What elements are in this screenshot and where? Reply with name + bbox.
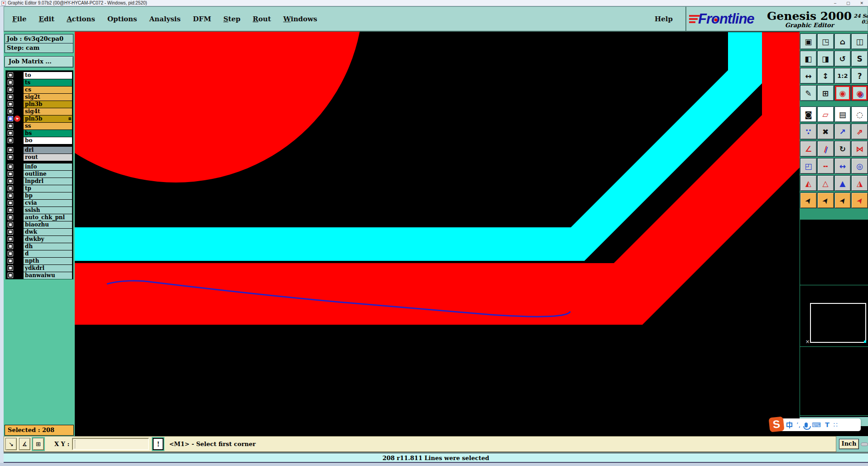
zoom-center-button[interactable]: ↕: [817, 68, 834, 84]
layer-checkbox-pln3b[interactable]: [8, 102, 13, 106]
netlist-back-button[interactable]: ◉: [851, 85, 868, 101]
grid-window-button[interactable]: ⊞: [33, 438, 44, 450]
layer-name-drl[interactable]: drl: [24, 147, 72, 154]
menu-windows[interactable]: Windows: [283, 15, 317, 23]
split-window-button[interactable]: ◫: [851, 34, 868, 49]
zoom-1-2-button[interactable]: 1:2: [834, 68, 851, 84]
layer-checkbox-ydkdrl[interactable]: [8, 266, 13, 270]
layer-name-d[interactable]: d: [24, 250, 72, 257]
layer-name-pln5b[interactable]: pln5b⊞: [24, 115, 72, 122]
select-polygon-button[interactable]: ➤: [834, 192, 851, 208]
arc-rotate-button[interactable]: ↻: [834, 141, 851, 157]
netlist-front-button[interactable]: ◉: [834, 85, 851, 101]
layer-checkbox-auto_chk_pnl[interactable]: [8, 215, 13, 220]
ime-punctuation-icon[interactable]: ’,: [796, 421, 800, 428]
select-aperture-button[interactable]: ◌: [851, 106, 868, 122]
layer-name-sslsh[interactable]: sslsh: [24, 207, 72, 214]
clipboard-paste-button[interactable]: ▣: [800, 34, 817, 49]
copy-pad-button[interactable]: ◰: [800, 158, 817, 174]
menu-dfm[interactable]: DFM: [193, 15, 211, 23]
layer-name-biaozhu[interactable]: biaozhu: [24, 221, 72, 228]
layer-checkbox-dh[interactable]: [8, 244, 13, 249]
layer-checkbox-bo[interactable]: [8, 138, 13, 143]
menu-edit[interactable]: Edit: [39, 15, 55, 23]
measure-ruler-button[interactable]: ▤: [834, 106, 851, 122]
s-route-button[interactable]: S: [851, 51, 868, 67]
angle-snap-button[interactable]: ∡: [19, 438, 30, 450]
layer-name-pln3b[interactable]: pln3b: [24, 101, 72, 108]
menu-file[interactable]: File: [12, 15, 27, 23]
layer-name-npth[interactable]: npth: [24, 258, 72, 264]
copy-vertex-button[interactable]: ⇗: [851, 124, 868, 139]
triangle-select-1-button[interactable]: ◭: [800, 175, 817, 191]
layer-checkbox-cvia[interactable]: [8, 201, 13, 205]
layer-checkbox-d[interactable]: [8, 251, 13, 256]
ime-language-icon[interactable]: [786, 423, 792, 427]
slope-line-button[interactable]: ∕: [817, 141, 834, 157]
net-endpoints-button[interactable]: ∵: [800, 124, 817, 139]
close-button[interactable]: ✕: [860, 1, 863, 5]
layer-checkbox-cs[interactable]: [8, 87, 13, 92]
measure-width-button[interactable]: ↔: [834, 158, 851, 174]
sogou-logo-icon[interactable]: S: [768, 416, 784, 432]
layer-name-sig4t[interactable]: sig4t: [24, 108, 72, 115]
triangle-select-4-button[interactable]: ◮: [851, 175, 868, 191]
select-frame-button[interactable]: ➤: [817, 192, 834, 208]
move-vertex-button[interactable]: ↗: [834, 124, 851, 139]
select-net-button[interactable]: ➤: [851, 192, 868, 208]
layer-checkbox-banwaiwu[interactable]: [8, 273, 13, 278]
shape-fill-button[interactable]: ◙: [800, 106, 817, 122]
layer-checkbox-bp[interactable]: [8, 193, 13, 198]
layer-name-cvia[interactable]: cvia: [24, 200, 72, 207]
layer-name-bo[interactable]: bo: [24, 137, 72, 144]
delete-feature-button[interactable]: ✖: [817, 124, 834, 139]
ime-microphone-icon[interactable]: [805, 423, 808, 428]
ime-toolbox-icon[interactable]: ∷: [834, 421, 838, 428]
xy-input[interactable]: [73, 439, 148, 449]
drag-measure-button[interactable]: ↘: [5, 438, 17, 450]
layer-checkbox-info[interactable]: [8, 164, 13, 169]
reshape-polygon-button[interactable]: ▱: [817, 106, 834, 122]
menu-step[interactable]: Step: [223, 15, 241, 23]
window-export-button[interactable]: ◳: [817, 34, 834, 49]
break-line-button[interactable]: ╍: [817, 158, 834, 174]
layer-name-auto_chk_pnl[interactable]: auto_chk_pnl: [24, 214, 72, 221]
layer-checkbox-dwkby[interactable]: [8, 237, 13, 241]
menu-actions[interactable]: Actions: [67, 15, 95, 23]
layer-checkbox-outline[interactable]: [8, 172, 13, 176]
units-button[interactable]: Inch: [839, 439, 859, 449]
layer-name-bp[interactable]: bp: [24, 192, 72, 199]
layer-name-sig2t[interactable]: sig2t: [24, 94, 72, 101]
minimize-button[interactable]: –: [834, 1, 836, 5]
layer-name-to[interactable]: to: [24, 72, 72, 79]
overview-viewport-rect[interactable]: [810, 303, 866, 343]
units-toggle[interactable]: [861, 442, 868, 446]
layer-name-rout[interactable]: rout: [24, 154, 72, 161]
layer-checkbox-npth[interactable]: [8, 259, 13, 263]
layer-checkbox-sig2t[interactable]: [8, 95, 13, 99]
layer-name-lnpdrl[interactable]: lnpdrl: [24, 178, 72, 185]
layer-name-banwaiwu[interactable]: banwaiwu: [24, 272, 72, 279]
overlap-pads-button[interactable]: ◎: [851, 158, 868, 174]
home-view-button[interactable]: ⌂: [834, 34, 851, 49]
layer-checkbox-ss[interactable]: [8, 124, 13, 128]
grid-toggle-button[interactable]: ⊞: [817, 85, 834, 101]
layer-name-info[interactable]: info: [24, 163, 72, 170]
angle-measure-button[interactable]: ∠: [800, 141, 817, 157]
pan-right-button[interactable]: ◨: [817, 51, 834, 67]
pan-left-button[interactable]: ◧: [800, 51, 817, 67]
layer-name-tp[interactable]: tp: [24, 185, 72, 192]
layer-name-dh[interactable]: dh: [24, 243, 72, 250]
prompt-alert-button[interactable]: !: [153, 438, 164, 450]
layer-checkbox-biaozhu[interactable]: [8, 222, 13, 227]
menu-help[interactable]: Help: [655, 15, 685, 23]
mirror-feature-button[interactable]: ⋈: [851, 141, 868, 157]
layer-name-ydkdrl[interactable]: ydkdrl: [24, 265, 72, 272]
select-single-button[interactable]: ➤: [800, 192, 817, 208]
layer-name-outline[interactable]: outline: [24, 171, 72, 178]
job-matrix-button[interactable]: Job Matrix ...: [5, 56, 73, 67]
layer-checkbox-to[interactable]: [8, 73, 13, 77]
maximize-button[interactable]: ▢: [846, 1, 850, 5]
layer-checkbox-sig4t[interactable]: [8, 109, 13, 114]
undo-view-button[interactable]: ↺: [834, 51, 851, 67]
